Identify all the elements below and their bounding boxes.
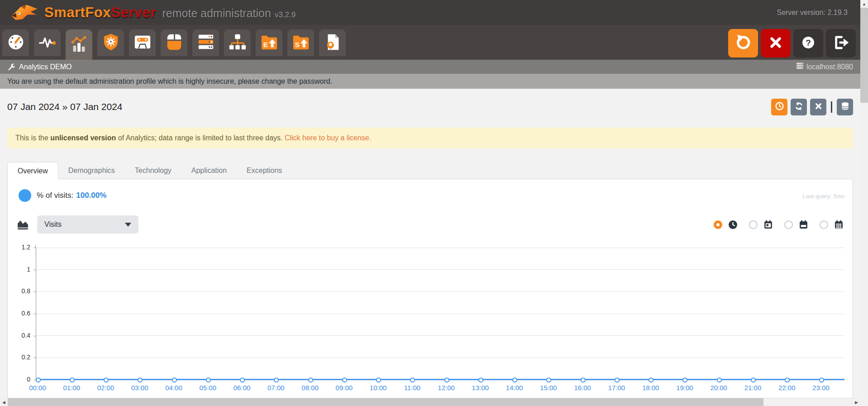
- security-warning-text: You are using the default administration…: [7, 77, 332, 86]
- vertical-scrollbar[interactable]: ▲: [860, 0, 868, 406]
- vertical-scrollbar-thumb[interactable]: [860, 8, 868, 103]
- toolbar-item-servers[interactable]: [192, 29, 219, 56]
- toolbar-item-security[interactable]: [97, 29, 124, 56]
- calendar-day-icon: [763, 220, 773, 229]
- analytics-tabs: Overview Demographics Technology Applica…: [7, 162, 853, 179]
- small-x-icon: [814, 101, 823, 113]
- radio-monthly[interactable]: [820, 220, 828, 229]
- clear-range-button[interactable]: [810, 99, 826, 115]
- close-x-icon: [767, 34, 784, 53]
- granularity-radio-group: [714, 220, 844, 229]
- y-axis-tick-label: 0: [8, 376, 30, 383]
- chart-gridline: [36, 314, 844, 314]
- x-axis-tick-label: 03:00: [124, 384, 156, 392]
- x-axis-tick-label: 18:00: [635, 384, 667, 392]
- metric-select[interactable]: Visits: [37, 215, 138, 234]
- module-title: Analytics DEMO: [19, 63, 72, 71]
- svg-text:?: ?: [806, 38, 811, 47]
- dashboard-gauge-icon: [6, 33, 25, 53]
- y-axis-tick: [33, 336, 36, 336]
- visits-chart: 00.20.40.60.811.200:0001:0002:0003:0004:…: [8, 248, 850, 397]
- y-axis-tick: [33, 248, 36, 248]
- chart-data-point: [104, 377, 109, 382]
- chart-gridline: [36, 335, 844, 336]
- server-rack-icon: [196, 33, 215, 53]
- y-axis-tick: [33, 314, 36, 314]
- x-axis-tick-label: 07:00: [260, 384, 292, 392]
- logout-icon: [832, 34, 849, 53]
- y-axis-tick: [33, 358, 36, 358]
- scroll-left-arrow-icon[interactable]: ◀: [0, 398, 8, 406]
- clock-granularity-icon: [728, 220, 738, 229]
- chart-data-point: [138, 377, 143, 382]
- tab-overview[interactable]: Overview: [7, 162, 58, 179]
- refresh-icon: [794, 101, 804, 113]
- tab-demographics[interactable]: Demographics: [58, 162, 125, 179]
- toolbar-item-recorder[interactable]: [129, 29, 156, 56]
- svg-text:E: E: [263, 41, 267, 48]
- toolbar-item-dashboard[interactable]: [2, 29, 29, 56]
- toolbar-item-logs[interactable]: [319, 29, 346, 56]
- x-axis-tick-label: 14:00: [499, 384, 530, 392]
- license-notice: This is the unlicensed version of Analyt…: [7, 128, 853, 148]
- x-axis-tick-label: 13:00: [464, 384, 496, 392]
- calendar-month-icon: [834, 220, 844, 229]
- time-settings-button[interactable]: [771, 99, 787, 115]
- smartfox-admin-window: SmartFoxServer remote administration v3.…: [0, 0, 868, 406]
- visits-legend-dot: [19, 189, 31, 202]
- tab-technology[interactable]: Technology: [125, 162, 181, 179]
- database-button[interactable]: [837, 99, 853, 115]
- chevron-down-icon: [125, 223, 131, 227]
- scroll-right-arrow-icon[interactable]: ▶: [853, 398, 860, 406]
- chart-data-point: [615, 377, 620, 382]
- help-button[interactable]: ?: [793, 29, 823, 57]
- notice-text: This is the: [15, 134, 50, 142]
- x-axis-tick-label: 17:00: [601, 384, 632, 392]
- toolbar-item-zone-tree[interactable]: [224, 29, 251, 56]
- x-axis-tick-label: 04:00: [158, 384, 190, 392]
- tab-application[interactable]: Application: [181, 162, 237, 179]
- scroll-up-arrow-icon[interactable]: ▲: [860, 0, 868, 8]
- disconnect-button[interactable]: [761, 29, 791, 57]
- log-search-document-icon: [323, 33, 342, 53]
- chart-data-point: [376, 377, 381, 382]
- chart-data-point: [819, 377, 824, 382]
- radio-hourly[interactable]: [714, 220, 722, 229]
- y-axis-tick-label: 1: [8, 266, 30, 273]
- x-axis-tick-label: 01:00: [56, 384, 87, 392]
- admin-version: v3.2.9: [275, 10, 296, 19]
- radio-weekly[interactable]: [784, 220, 793, 229]
- buy-license-link[interactable]: Click here to buy a license.: [285, 134, 371, 142]
- toolbar-item-console[interactable]: [161, 29, 187, 56]
- chart-data-point: [240, 377, 245, 382]
- chart-plot: [36, 248, 844, 380]
- activity-pulse-icon: [38, 33, 57, 53]
- x-axis-tick-label: 19:00: [669, 384, 701, 392]
- x-axis-tick-label: 06:00: [226, 384, 258, 392]
- top-header-bar: SmartFoxServer remote administration v3.…: [0, 0, 860, 25]
- x-axis-tick-label: 10:00: [362, 384, 394, 392]
- logout-button[interactable]: [826, 29, 856, 57]
- toolbar-item-extensions-e[interactable]: E: [256, 29, 282, 56]
- y-axis-tick-label: 1.2: [8, 244, 30, 251]
- toolbar-item-analytics[interactable]: [66, 29, 92, 60]
- help-icon: ?: [800, 34, 817, 53]
- undo-icon: [734, 34, 752, 53]
- toolbar-item-extensions-s[interactable]: S: [287, 29, 314, 56]
- chart-data-point: [546, 377, 551, 382]
- security-shield-icon: [101, 33, 120, 53]
- x-axis-tick-label: 16:00: [567, 384, 598, 392]
- tab-exceptions[interactable]: Exceptions: [237, 162, 292, 179]
- visits-percent-value: 100.00%: [76, 191, 106, 200]
- button-separator: [831, 101, 832, 113]
- toolbar-item-monitor[interactable]: [34, 29, 61, 56]
- horizontal-scrollbar[interactable]: ◀ ▶: [0, 398, 860, 406]
- x-axis-tick-label: 15:00: [533, 384, 564, 392]
- horizontal-scrollbar-thumb[interactable]: [8, 398, 763, 406]
- undo-button[interactable]: [728, 29, 758, 57]
- refresh-button[interactable]: [791, 99, 807, 115]
- zone-tree-icon: [228, 33, 247, 53]
- visits-percent-label: % of visits:: [37, 191, 73, 200]
- chart-data-point: [206, 377, 211, 382]
- radio-daily[interactable]: [749, 220, 758, 229]
